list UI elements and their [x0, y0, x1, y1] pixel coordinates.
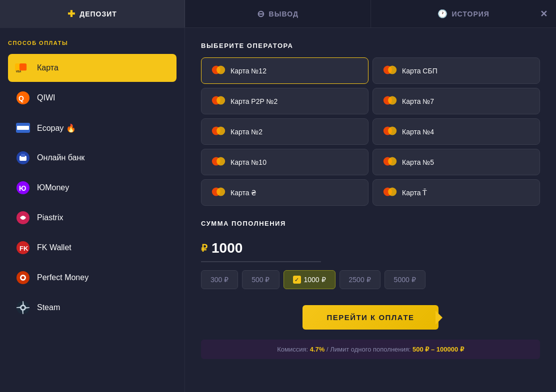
operator-card4-label: Карта №4: [402, 128, 434, 136]
fee-bar: Комиссия: 4.7% / Лимит одного пополнения…: [201, 340, 540, 359]
currency-symbol: ₽: [201, 242, 208, 254]
operator-card12-icon: [212, 65, 226, 76]
svg-point-29: [388, 96, 396, 104]
sidebar-item-perfectmoney-label: Perfect Money: [37, 273, 88, 282]
preset-btn-500[interactable]: 500 ₽: [242, 270, 279, 289]
operator-card7-label: Карта №7: [402, 97, 434, 105]
svg-point-23: [216, 65, 225, 74]
sidebar-item-steam-label: Steam: [37, 303, 60, 312]
sidebar-item-qiwi[interactable]: Q QIWI: [8, 84, 176, 112]
sidebar-item-card-label: Карта: [37, 63, 58, 72]
operator-btn-card12[interactable]: Карта №12: [201, 57, 368, 84]
operator-btn-cardt[interactable]: Карта T̄: [372, 179, 540, 206]
svg-point-25: [388, 65, 396, 74]
operator-cardp2p2-icon: [212, 95, 226, 107]
operator-carde-icon: [212, 187, 226, 198]
tab-history[interactable]: 🕐 ИСТОРИЯ ✕: [371, 0, 556, 27]
operator-btn-cardp2p2[interactable]: Карта P2P №2: [201, 88, 368, 114]
operator-card4-icon: [383, 126, 397, 137]
sidebar-item-fkwallet[interactable]: FK FK Wallet: [8, 234, 176, 262]
operator-card2-icon: [212, 126, 226, 137]
svg-text:Ю: Ю: [19, 184, 26, 192]
fee-value: 4.7%: [310, 346, 325, 353]
operator-cardp2p2-label: Карта P2P №2: [230, 97, 278, 105]
svg-rect-10: [21, 154, 25, 157]
operator-btn-card7[interactable]: Карта №7: [372, 88, 540, 114]
operator-grid: Карта №12 Карта СБП: [201, 57, 540, 206]
qiwi-icon: Q: [15, 90, 31, 106]
sidebar-item-onlinebank[interactable]: Онлайн банк: [8, 144, 176, 172]
operator-cardsbp-label: Карта СБП: [402, 67, 438, 75]
onlinebank-icon: [15, 150, 31, 166]
operator-btn-card2[interactable]: Карта №2: [201, 118, 368, 145]
tab-history-label: ИСТОРИЯ: [452, 10, 490, 18]
preset-btn-1000[interactable]: ✓ 1000 ₽: [284, 270, 336, 289]
svg-point-21: [22, 306, 24, 309]
sidebar-item-steam[interactable]: Steam: [8, 294, 176, 322]
sidebar-item-piastrix[interactable]: Piastrix: [8, 204, 176, 232]
amount-input-row: ₽: [201, 235, 321, 262]
svg-text:FK: FK: [20, 245, 28, 252]
svg-point-31: [216, 126, 225, 135]
limit-value: 500 ₽ – 100000 ₽: [412, 346, 464, 353]
operator-card10-icon: [212, 156, 226, 168]
yumoney-icon: Ю: [15, 180, 31, 196]
svg-point-27: [216, 96, 225, 104]
operator-card7-icon: [383, 95, 397, 107]
piastrix-icon: [15, 210, 31, 226]
sidebar-item-onlinebank-label: Онлайн банк: [37, 153, 84, 162]
amount-input[interactable]: [212, 240, 302, 256]
svg-point-35: [216, 157, 225, 165]
plus-icon: ✚: [68, 8, 76, 19]
preset-btn-2500[interactable]: 2500 ₽: [340, 270, 380, 289]
svg-text:VISA: VISA: [16, 70, 22, 73]
perfectmoney-icon: [15, 270, 31, 286]
tab-deposit-label: ДЕПОЗИТ: [80, 10, 117, 18]
operator-btn-carde[interactable]: Карта ₴: [201, 179, 368, 206]
sidebar-item-fkwallet-label: FK Wallet: [37, 243, 72, 252]
operator-btn-card10[interactable]: Карта №10: [201, 149, 368, 175]
operator-card2-label: Карта №2: [230, 128, 262, 136]
check-icon: ✓: [293, 276, 301, 284]
operator-btn-card4[interactable]: Карта №4: [372, 118, 540, 145]
fkwallet-icon: FK: [15, 240, 31, 256]
svg-rect-7: [17, 126, 29, 130]
clock-icon: 🕐: [438, 9, 448, 18]
minus-icon: ⊖: [257, 8, 265, 19]
main-layout: СПОСОБ ОПЛАТЫ VISA Карта Q QIWI: [0, 28, 556, 392]
card-icon: VISA: [15, 60, 31, 76]
operator-card5-icon: [383, 156, 397, 168]
fee-label: Комиссия:: [277, 346, 308, 353]
tab-withdraw[interactable]: ⊖ ВЫВОД: [185, 0, 371, 27]
svg-point-41: [388, 187, 396, 196]
sidebar-item-yumoney-label: ЮMoney: [37, 183, 69, 192]
preset-btn-5000[interactable]: 5000 ₽: [384, 270, 426, 289]
svg-rect-1: [20, 63, 26, 70]
ecopay-icon: [15, 120, 31, 136]
pay-btn-wrapper: ПЕРЕЙТИ К ОПЛАТЕ: [201, 305, 540, 330]
pay-button[interactable]: ПЕРЕЙТИ К ОПЛАТЕ: [302, 305, 438, 330]
header-tabs: ✚ ДЕПОЗИТ ⊖ ВЫВОД 🕐 ИСТОРИЯ ✕: [0, 0, 556, 28]
sidebar-item-card[interactable]: VISA Карта: [8, 54, 176, 82]
preset-btn-300[interactable]: 300 ₽: [201, 270, 238, 289]
preset-amounts: 300 ₽ 500 ₽ ✓ 1000 ₽ 2500 ₽ 5000 ₽: [201, 270, 540, 289]
tab-withdraw-label: ВЫВОД: [269, 10, 298, 18]
operator-card10-label: Карта №10: [230, 158, 266, 166]
operator-btn-card5[interactable]: Карта №5: [372, 149, 540, 175]
sidebar-item-yumoney[interactable]: Ю ЮMoney: [8, 174, 176, 202]
operator-btn-cardsbp[interactable]: Карта СБП: [372, 57, 540, 84]
operator-card12-label: Карта №12: [230, 67, 266, 75]
steam-icon: [15, 300, 31, 316]
svg-text:Q: Q: [18, 94, 24, 102]
sidebar-item-perfectmoney[interactable]: Perfect Money: [8, 264, 176, 292]
sidebar-item-ecopay[interactable]: Ecopay 🔥: [8, 114, 176, 142]
operator-card5-label: Карта №5: [402, 158, 434, 166]
sidebar-item-ecopay-label: Ecopay 🔥: [37, 123, 76, 133]
operator-carde-label: Карта ₴: [230, 189, 256, 197]
preset-1000-label: 1000 ₽: [304, 276, 326, 284]
tab-deposit[interactable]: ✚ ДЕПОЗИТ: [0, 0, 185, 27]
operator-section-title: ВЫБЕРИТЕ ОПЕРАТОРА: [201, 42, 540, 49]
content-area: ВЫБЕРИТЕ ОПЕРАТОРА Карта №12: [185, 28, 556, 392]
sidebar-item-qiwi-label: QIWI: [37, 93, 55, 102]
close-button[interactable]: ✕: [540, 8, 548, 19]
